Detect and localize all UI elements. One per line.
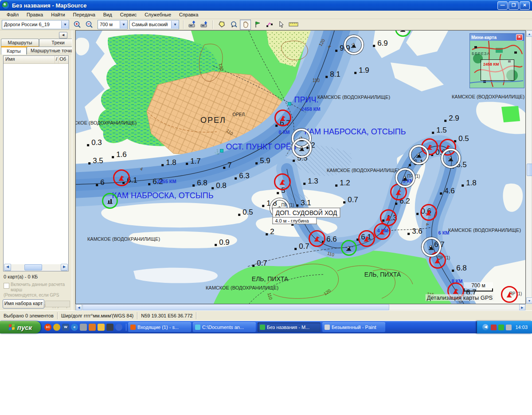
menu-item-сервис[interactable]: Сервис	[116, 11, 141, 18]
scroll-up-icon[interactable]: ▲	[526, 31, 532, 37]
route-tool-button[interactable]	[264, 20, 275, 30]
quick-display-icon[interactable]	[106, 324, 113, 331]
start-label: пуск	[17, 324, 32, 331]
quick-launch-bar: 1СWe	[41, 324, 126, 331]
tab-maps[interactable]: Карты	[1, 47, 27, 55]
map-select-tool-button[interactable]	[216, 20, 227, 30]
start-button[interactable]: пуск	[0, 321, 41, 333]
toolbar-separator	[212, 20, 213, 29]
desktop: Без названия - MapSource — ❐ ✕ ФайлПравк…	[0, 0, 532, 415]
quick-calculator-icon[interactable]	[80, 324, 87, 331]
selection-tool-button[interactable]	[276, 20, 287, 30]
receive-from-device-button[interactable]	[199, 20, 210, 30]
window-icon	[130, 325, 136, 330]
menu-item-вид[interactable]: Вид	[99, 11, 116, 18]
scrollbar-thumb[interactable]	[527, 164, 532, 176]
menu-item-справка[interactable]: Справка	[175, 11, 202, 18]
tab-routes[interactable]: Маршруты	[1, 39, 39, 47]
chevron-down-icon[interactable]: ▼	[120, 21, 127, 28]
scroll-right-icon[interactable]: ▶	[519, 304, 525, 310]
quick-scheduler-icon[interactable]	[115, 324, 122, 331]
chevron-down-icon[interactable]: ▼	[61, 21, 69, 28]
quick-word-icon[interactable]: W	[62, 324, 69, 331]
window-label: C:\Documents an...	[202, 325, 244, 330]
quick-ie-icon[interactable]: e	[71, 324, 78, 331]
minimap-km-label: 2458 КМ	[483, 62, 499, 67]
scroll-left-icon[interactable]: ◀	[4, 264, 11, 271]
map-list[interactable]: Имя / Об ◀ ▶	[3, 55, 69, 271]
column-header-area[interactable]: Об	[58, 56, 68, 63]
scroll-right-icon[interactable]: ▶	[61, 264, 68, 271]
list-scrollbar[interactable]: ◀ ▶	[4, 264, 68, 270]
scroll-left-icon[interactable]: ◀	[76, 304, 82, 310]
collapse-panel-button[interactable]: ◀	[59, 32, 67, 39]
chevron-down-icon[interactable]: ▼	[171, 21, 179, 28]
mapsource-globe-icon	[2, 1, 10, 9]
detail-level-combo[interactable]: Самый высокий ▼	[129, 20, 179, 29]
minimize-button[interactable]: —	[497, 1, 508, 10]
map-vertical-scrollbar[interactable]: ▲ ▼	[526, 30, 532, 304]
minimap-body[interactable]: 2458 КМ БЕРЕЗА	[470, 41, 523, 87]
zoom-tool-button[interactable]	[228, 20, 239, 30]
taskbar-window-button[interactable]: Входящие (1) - s...	[128, 322, 191, 332]
tray-icon[interactable]	[491, 325, 497, 330]
cursor-coordinates: N59 19.301 E56 36.772	[137, 312, 196, 319]
scrollbar-thumb[interactable]	[82, 304, 389, 310]
menu-item-правка[interactable]: Правка	[23, 11, 47, 18]
magnifier-plus-icon	[73, 20, 81, 28]
cursor-arrow-icon	[278, 20, 286, 28]
map-product-combo[interactable]: Дороги России 6_19 ▼	[2, 20, 69, 29]
receive-from-device-icon	[200, 20, 208, 28]
route-icon	[266, 20, 274, 28]
close-button[interactable]: ✕	[520, 1, 530, 10]
toolbar: Дороги России 6_19 ▼ 700 м ▼ Самый высок…	[0, 19, 532, 30]
system-tray: ◀ 14:03	[477, 321, 532, 333]
map-scale-combo[interactable]: 700 м ▼	[98, 20, 128, 29]
distance-tool-button[interactable]	[288, 20, 299, 30]
map-background	[76, 31, 526, 304]
quick-folder-icon[interactable]	[98, 324, 105, 331]
menu-item-найти[interactable]: Найти	[47, 11, 69, 18]
quick-1c-icon[interactable]: 1С	[44, 324, 51, 331]
mapset-name-button[interactable]: Имя набора карт	[3, 299, 44, 309]
waypoint-tool-button[interactable]	[252, 20, 263, 30]
taskbar-window-button[interactable]: C:\Documents an...	[193, 322, 256, 332]
taskbar-window-button[interactable]: Без названия - М...	[258, 322, 321, 332]
menu-item-передача[interactable]: Передача	[69, 11, 99, 18]
column-header-name[interactable]: Имя	[4, 56, 55, 63]
tray-icon[interactable]	[506, 325, 512, 330]
window-label: Входящие (1) - s...	[137, 325, 179, 330]
status-bar: Выбрано 0 элементов Шир/долг гггг°мм.ммм…	[0, 310, 532, 321]
minimap-window[interactable]: Мини-карта ✕	[469, 33, 524, 88]
title-bar[interactable]: Без названия - MapSource — ❐ ✕	[0, 0, 532, 11]
menu-item-файл[interactable]: Файл	[3, 11, 23, 18]
map-count-label: 0 карт(а) - 0 КБ	[4, 274, 38, 279]
map-scale-value: 700 м	[98, 22, 120, 27]
panel-splitter[interactable]	[72, 30, 75, 310]
close-icon[interactable]: ✕	[516, 34, 523, 40]
scrollbar-thumb[interactable]	[24, 264, 42, 270]
taskbar-window-button[interactable]: Безымянный - Paint	[322, 322, 385, 332]
menu-item-служебные[interactable]: Служебные	[141, 11, 175, 18]
zoom-tool-icon	[230, 20, 238, 28]
map-product-value: Дороги России 6_19	[2, 22, 61, 27]
windows-flag-icon	[9, 324, 15, 330]
scroll-down-icon[interactable]: ▼	[526, 298, 532, 304]
quick-chrome-icon[interactable]	[53, 324, 60, 331]
minimap-titlebar[interactable]: Мини-карта ✕	[470, 34, 524, 41]
map-canvas[interactable]: ДОП. СУДОВОЙ ХОД 4.0 м - глубина 700 м Д…	[75, 30, 526, 304]
send-to-device-button[interactable]	[187, 20, 198, 30]
sort-indicator[interactable]: /	[55, 56, 58, 63]
pan-tool-button[interactable]	[240, 20, 251, 30]
sidebar: ◀ Маршруты Треки Карты Маршрутные точки …	[0, 30, 72, 310]
restore-button[interactable]: ❐	[509, 1, 519, 10]
quick-grid-icon[interactable]	[89, 324, 96, 331]
list-header[interactable]: Имя / Об	[4, 56, 68, 64]
zoom-out-button[interactable]	[83, 20, 94, 30]
tray-icon[interactable]	[498, 325, 504, 330]
zoom-in-button[interactable]	[71, 20, 82, 30]
map-horizontal-scrollbar[interactable]: ◀ ▶	[75, 304, 526, 310]
hand-icon	[242, 20, 250, 28]
tab-waypoints[interactable]: Маршрутные точки	[27, 47, 75, 55]
tray-chevron-icon[interactable]: ◀	[482, 324, 489, 330]
